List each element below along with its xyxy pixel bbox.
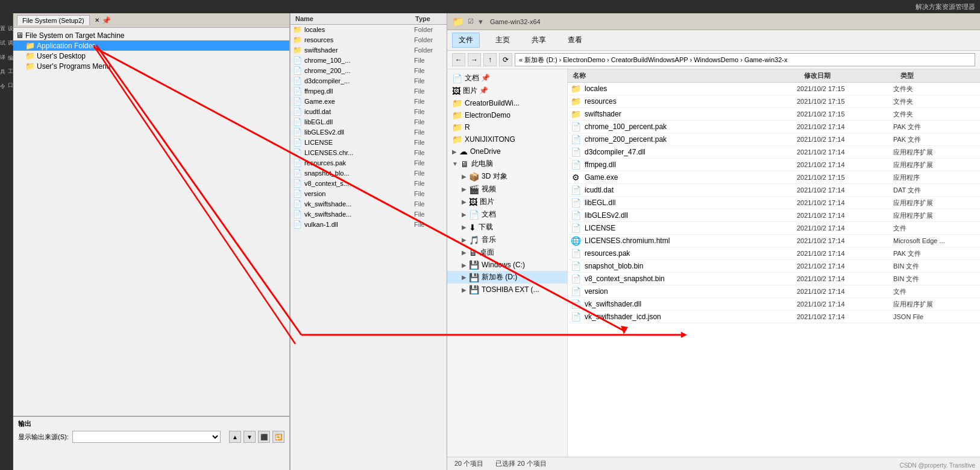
icon-4[interactable]: 工具 bbox=[1, 59, 12, 70]
icon-3[interactable]: 编译 bbox=[1, 45, 12, 56]
file-row[interactable]: 📁localesFolder bbox=[291, 25, 447, 35]
file-row[interactable]: 📄v8_context_s...File bbox=[291, 179, 447, 189]
panel-tab-title[interactable]: File System (Setup2) bbox=[17, 15, 90, 25]
nav-tree-item[interactable]: ▶🎬视频 bbox=[447, 183, 567, 195]
exp-file-row[interactable]: 📄vk_swiftshader_icd.json2021/10/2 17:14J… bbox=[568, 311, 980, 323]
col-type-header[interactable]: Type bbox=[410, 15, 447, 22]
exp-file-row[interactable]: 📄icudtl.dat2021/10/2 17:14DAT 文件 bbox=[568, 184, 980, 197]
exp-col-type[interactable]: 类型 bbox=[896, 71, 980, 80]
file-row-icon: 📁 bbox=[293, 25, 302, 34]
nav-tree-item[interactable]: ▶📄文档 bbox=[447, 208, 567, 221]
output-btn-4[interactable]: 🔁 bbox=[272, 431, 284, 443]
ribbon-btn-view[interactable]: 查看 bbox=[562, 33, 588, 47]
output-btn-3[interactable]: ⬛ bbox=[258, 431, 270, 443]
nav-item-icon: ☁ bbox=[459, 147, 468, 156]
nav-item-label: 下载 bbox=[479, 222, 493, 232]
nav-tree-item[interactable]: 📁CreatorBuildWi... bbox=[447, 97, 567, 109]
exp-file-row[interactable]: 📄version2021/10/2 17:14文件 bbox=[568, 285, 980, 298]
exp-file-row[interactable]: 📄LICENSE2021/10/2 17:14文件 bbox=[568, 222, 980, 235]
exp-file-type: BIN 文件 bbox=[893, 275, 978, 284]
exp-file-row[interactable]: 📄chrome_100_percent.pak2021/10/2 17:14PA… bbox=[568, 121, 980, 133]
tree-item-app-folder[interactable]: 📁 Application Folder bbox=[13, 40, 289, 51]
output-btn-2[interactable]: ▼ bbox=[243, 431, 256, 443]
nav-forward-btn[interactable]: → bbox=[468, 53, 481, 66]
icon-2[interactable]: 调试 bbox=[1, 30, 12, 41]
exp-file-row[interactable]: 📁swiftshader2021/10/2 17:15文件夹 bbox=[568, 108, 980, 121]
file-row[interactable]: 📄libGLESv2.dllFile bbox=[291, 127, 447, 138]
exp-file-row[interactable]: 🌐LICENSES.chromium.html2021/10/2 17:14Mi… bbox=[568, 235, 980, 247]
file-row[interactable]: 📄resources.pakFile bbox=[291, 158, 447, 168]
nav-tree-item[interactable]: ▶⬇下载 bbox=[447, 221, 567, 233]
nav-tree-item[interactable]: ▶📦3D 对象 bbox=[447, 170, 567, 183]
file-row[interactable]: 📄icudtl.datFile bbox=[291, 107, 447, 117]
nav-tree-item[interactable]: ▶🖼图片 bbox=[447, 195, 567, 208]
exp-file-row[interactable]: 📄vk_swiftshader.dll2021/10/2 17:14应用程序扩展 bbox=[568, 298, 980, 311]
exp-col-date[interactable]: 修改日期 bbox=[799, 71, 896, 80]
exp-file-row[interactable]: 📁locales2021/10/2 17:15文件夹 bbox=[568, 83, 980, 95]
nav-tree-item[interactable]: 📁R bbox=[447, 121, 567, 133]
output-btn-1[interactable]: ▲ bbox=[229, 431, 241, 443]
exp-file-row[interactable]: 📄libGLESv2.dll2021/10/2 17:14应用程序扩展 bbox=[568, 209, 980, 222]
file-row[interactable]: 📁swiftshaderFolder bbox=[291, 45, 447, 56]
tree-root[interactable]: 🖥 File System on Target Machine bbox=[13, 30, 289, 40]
nav-tree-item[interactable]: 📁ElectronDemo bbox=[447, 109, 567, 121]
nav-up-btn[interactable]: ↑ bbox=[483, 53, 497, 66]
file-row[interactable]: 📄chrome_100_...File bbox=[291, 56, 447, 66]
panel-tab-pin[interactable]: 📌 bbox=[102, 16, 111, 25]
user-programs-icon: 📁 bbox=[25, 62, 35, 71]
nav-tree-item[interactable]: 📁XUNIJIXITONG bbox=[447, 133, 567, 145]
ribbon-btn-share[interactable]: 共享 bbox=[526, 33, 552, 47]
exp-file-row[interactable]: 📁resources2021/10/2 17:15文件夹 bbox=[568, 95, 980, 108]
exp-file-row[interactable]: 📄v8_context_snapshot.bin2021/10/2 17:14B… bbox=[568, 273, 980, 285]
nav-back-btn[interactable]: ← bbox=[452, 53, 465, 66]
file-row[interactable]: 📄LICENSEFile bbox=[291, 138, 447, 148]
file-row[interactable]: 📁resourcesFolder bbox=[291, 35, 447, 45]
file-row[interactable]: 📄ffmpeg.dllFile bbox=[291, 86, 447, 97]
file-row[interactable]: 📄versionFile bbox=[291, 189, 447, 199]
col-name-header[interactable]: Name bbox=[291, 15, 410, 22]
nav-tree-item[interactable]: ▶☁OneDrive bbox=[447, 145, 567, 157]
address-path[interactable]: « 新加卷 (D:) › ElectronDemo › CreatorBuild… bbox=[515, 53, 975, 66]
ribbon-btn-file[interactable]: 文件 bbox=[452, 33, 480, 48]
nav-tree-item[interactable]: 🖼图片 📌 bbox=[447, 84, 567, 97]
nav-tree-item[interactable]: 📄文档 📌 bbox=[447, 72, 567, 84]
exp-col-name[interactable]: 名称 bbox=[568, 71, 799, 80]
exp-file-row[interactable]: 📄ffmpeg.dll2021/10/2 17:14应用程序扩展 bbox=[568, 159, 980, 171]
icon-5[interactable]: 口令 bbox=[1, 74, 12, 84]
file-row-icon: 📄 bbox=[293, 118, 302, 126]
tree-item-user-programs[interactable]: 📁 User's Programs Menu bbox=[13, 61, 289, 71]
nav-tree-item[interactable]: ▶🎵音乐 bbox=[447, 233, 567, 246]
nav-refresh-btn[interactable]: ⟳ bbox=[499, 53, 512, 66]
nav-tree-item[interactable]: ▶💾新加卷 (D:) bbox=[447, 271, 567, 284]
exp-file-row[interactable]: 📄resources.pak2021/10/2 17:14PAK 文件 bbox=[568, 247, 980, 260]
file-row[interactable]: 📄vk_swiftshadе...File bbox=[291, 199, 447, 209]
output-source-dropdown[interactable] bbox=[72, 431, 221, 443]
tree-item-user-desktop[interactable]: 📁 User's Desktop bbox=[13, 51, 289, 61]
exp-file-row[interactable]: 📄snapshot_blob.bin2021/10/2 17:14BIN 文件 bbox=[568, 260, 980, 273]
nav-arrow-icon: ▶ bbox=[462, 198, 466, 205]
nav-tree-item[interactable]: ▶💾TOSHIBA EXT (... bbox=[447, 284, 567, 296]
file-row[interactable]: 📄chrome_200_...File bbox=[291, 66, 447, 76]
exp-file-type: BIN 文件 bbox=[893, 262, 978, 271]
icon-1[interactable]: 设置 bbox=[1, 16, 12, 27]
file-row[interactable]: 📄LICENSES.chr...File bbox=[291, 148, 447, 158]
nav-item-icon: 💾 bbox=[469, 285, 479, 294]
ribbon-btn-home[interactable]: 主页 bbox=[489, 33, 516, 47]
file-row[interactable]: 📄vk_swiftshade...File bbox=[291, 209, 447, 220]
file-row[interactable]: 📄snapshot_blo...File bbox=[291, 168, 447, 179]
file-row[interactable]: 📄Game.exeFile bbox=[291, 97, 447, 107]
file-row[interactable]: 📄vulkan-1.dllFile bbox=[291, 220, 447, 230]
file-row-icon: 📄 bbox=[293, 107, 302, 116]
nav-tree-item[interactable]: ▶🖥桌面 bbox=[447, 246, 567, 259]
exp-file-row[interactable]: ⚙Game.exe2021/10/2 17:15应用程序 bbox=[568, 171, 980, 184]
exp-file-date: 2021/10/2 17:14 bbox=[797, 237, 893, 244]
nav-tree-item[interactable]: ▶💾Windows (C:) bbox=[447, 259, 567, 271]
file-row[interactable]: 📄d3dcompiler_...File bbox=[291, 76, 447, 86]
panel-tab-close-btn[interactable]: ✕ bbox=[95, 17, 99, 24]
exp-file-row[interactable]: 📄d3dcompiler_47.dll2021/10/2 17:14应用程序扩展 bbox=[568, 146, 980, 159]
exp-file-row[interactable]: 📄libEGL.dll2021/10/2 17:14应用程序扩展 bbox=[568, 197, 980, 209]
file-row[interactable]: 📄libEGL.dllFile bbox=[291, 117, 447, 127]
exp-file-date: 2021/10/2 17:14 bbox=[797, 161, 893, 168]
exp-file-row[interactable]: 📄chrome_200_percent.pak2021/10/2 17:14PA… bbox=[568, 133, 980, 146]
nav-tree-item[interactable]: ▼🖥此电脑 bbox=[447, 157, 567, 170]
